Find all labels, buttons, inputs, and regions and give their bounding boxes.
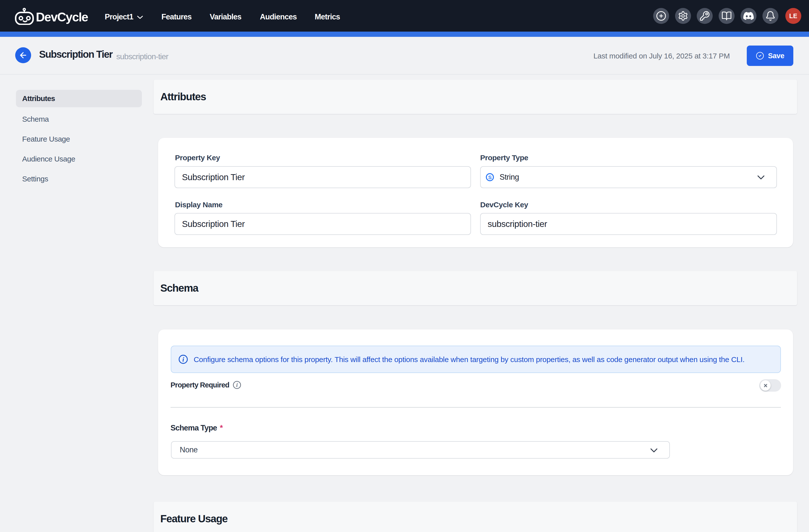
svg-text:i: i — [182, 356, 184, 363]
svg-text:S: S — [488, 174, 492, 180]
svg-text:i: i — [236, 382, 238, 388]
